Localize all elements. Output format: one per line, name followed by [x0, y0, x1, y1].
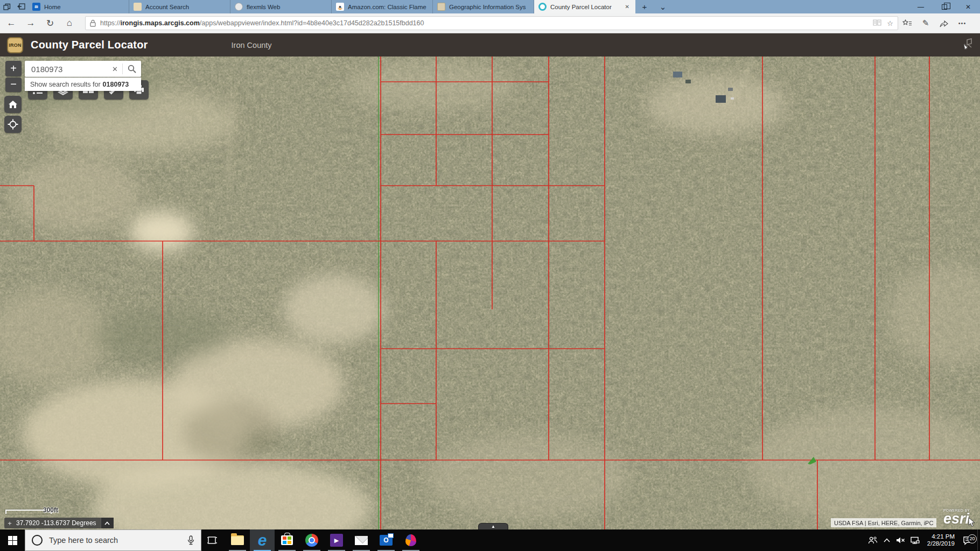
search-input[interactable] [25, 65, 108, 74]
header-widget-icon[interactable] [962, 38, 976, 54]
desktop: 8i Home Account Search flexmls Web a Ama… [0, 0, 980, 551]
taskbar-apps: e ▶ O [225, 529, 423, 551]
scale-label: 300ft [43, 506, 58, 514]
task-view-button[interactable] [201, 529, 223, 551]
mail-icon[interactable] [349, 529, 374, 551]
more-options-icon[interactable]: ••• [953, 20, 971, 26]
coordinates-widget: + 37.7920 -113.6737 Degrees [4, 518, 114, 528]
home-icon [8, 100, 18, 109]
app-header: IRON County Parcel Locator Iron County [0, 33, 980, 56]
people-icon[interactable] [866, 536, 880, 544]
amazon-favicon: a [336, 3, 344, 11]
map-canvas[interactable]: + − ✕ Show search results for0180973 [0, 56, 980, 530]
forward-button[interactable]: → [23, 15, 39, 31]
clock-time: 4:21 PM [927, 533, 955, 540]
restore-button[interactable] [933, 0, 956, 13]
map-home-button[interactable] [4, 96, 22, 113]
mouse-cursor [968, 517, 976, 528]
windows-logo-icon [8, 536, 17, 545]
tab-gis[interactable]: Geographic Information Sys [433, 0, 534, 13]
parcel-search-box[interactable]: ✕ [25, 61, 141, 77]
close-tab-icon[interactable]: ✕ [624, 4, 631, 10]
aerial-imagery [0, 56, 980, 530]
clear-search-icon[interactable]: ✕ [108, 65, 122, 73]
map-attribution: USDA FSA | Esri, HERE, Garmin, iPC [831, 518, 936, 527]
coordinates-expand-button[interactable] [101, 518, 114, 528]
movies-tv-icon[interactable]: ▶ [324, 529, 349, 551]
annotate-pen-icon[interactable]: ✎ [916, 18, 935, 28]
window-controls: — ✕ [909, 0, 980, 13]
favorites-hub-icon[interactable] [898, 19, 916, 27]
tab-preview-icon[interactable] [0, 0, 14, 13]
action-center-button[interactable]: 20 [959, 536, 977, 545]
url-text: https://irongis.maps.arcgis.com/apps/web… [100, 19, 867, 27]
windows-taskbar: Type here to search e ▶ O [0, 529, 980, 551]
task-view-icon [207, 535, 218, 545]
chrome-icon[interactable] [299, 529, 324, 551]
back-button[interactable]: ← [3, 15, 19, 31]
tab-flexmls[interactable]: flexmls Web [230, 0, 332, 13]
crosshair-icon [8, 119, 18, 130]
paint3d-icon[interactable] [398, 529, 423, 551]
gis-favicon [437, 3, 445, 11]
search-suggestion[interactable]: Show search results for0180973 [25, 77, 141, 91]
tab-amazon[interactable]: a Amazon.com: Classic Flame [332, 0, 433, 13]
tab-list-dropdown-icon[interactable]: ⌄ [654, 0, 672, 13]
microphone-icon[interactable] [187, 535, 194, 546]
start-button[interactable] [0, 529, 25, 551]
edge-browser-icon[interactable]: e [250, 529, 275, 551]
tab-county-parcel-locator[interactable]: County Parcel Locator ✕ [534, 0, 635, 13]
microsoft-store-icon[interactable] [275, 529, 299, 551]
app-subtitle: Iron County [232, 41, 272, 50]
hidden-icons-chevron[interactable] [880, 538, 894, 542]
tab-account-search[interactable]: Account Search [129, 0, 230, 13]
my-location-button[interactable] [4, 116, 22, 133]
add-favorite-star-icon[interactable]: ☆ [887, 19, 893, 27]
browser-tab-strip: 8i Home Account Search flexmls Web a Ama… [0, 0, 980, 13]
tab-home[interactable]: 8i Home [28, 0, 129, 13]
show-desktop-button[interactable] [977, 529, 980, 551]
outlook-icon[interactable]: O [374, 529, 398, 551]
volume-muted-icon[interactable] [894, 536, 908, 544]
set-tabs-aside-icon[interactable] [14, 0, 28, 13]
share-icon[interactable] [935, 19, 953, 27]
search-icon[interactable] [123, 65, 141, 73]
refresh-button[interactable]: ↻ [42, 15, 58, 31]
minimize-button[interactable]: — [909, 0, 933, 13]
notification-badge: 20 [968, 534, 977, 543]
file-explorer-icon[interactable] [225, 529, 250, 551]
taskbar-search-placeholder: Type here to search [49, 536, 187, 545]
flexmls-favicon [235, 3, 243, 11]
lock-icon [90, 19, 96, 27]
coordinate-crosshair-icon[interactable]: + [4, 519, 15, 527]
coordinates-value: 37.7920 -113.6737 Degrees [15, 519, 101, 527]
restore-icon [942, 4, 947, 10]
taskbar-clock[interactable]: 4:21 PM 2/28/2019 [927, 533, 955, 547]
page-title: County Parcel Locator [31, 39, 148, 51]
system-tray: 4:21 PM 2/28/2019 20 [866, 529, 980, 551]
network-icon[interactable] [908, 536, 922, 545]
cortana-icon [32, 535, 43, 546]
clock-date: 2/28/2019 [927, 540, 955, 547]
close-window-button[interactable]: ✕ [956, 0, 980, 13]
browser-home-button[interactable]: ⌂ [61, 15, 78, 31]
esri-logo[interactable]: POWERED BY esri [943, 508, 970, 525]
home-tab-favicon: 8i [32, 3, 40, 11]
iron-county-logo: IRON [7, 37, 23, 53]
chevron-up-icon [104, 521, 110, 525]
browser-address-bar: ← → ↻ ⌂ https://irongis.maps.arcgis.com/… [0, 13, 980, 33]
reading-view-icon[interactable] [873, 19, 881, 27]
zoom-out-button[interactable]: − [5, 77, 22, 92]
taskbar-search-box[interactable]: Type here to search [25, 529, 201, 551]
new-tab-button[interactable]: + [635, 0, 654, 13]
arcgis-favicon [538, 3, 547, 11]
url-field[interactable]: https://irongis.maps.arcgis.com/apps/web… [85, 16, 898, 30]
account-search-favicon [134, 3, 142, 11]
zoom-in-button[interactable]: + [5, 61, 22, 76]
